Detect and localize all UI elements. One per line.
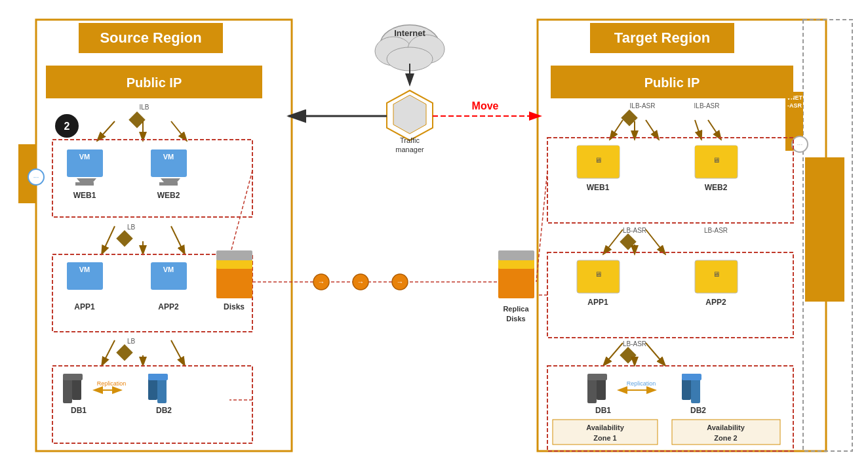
svg-point-89 xyxy=(375,37,412,66)
svg-rect-60 xyxy=(72,374,81,400)
svg-rect-55 xyxy=(116,344,132,361)
svg-rect-61 xyxy=(63,377,72,403)
svg-text:Traffic: Traffic xyxy=(400,136,420,144)
svg-text:WEB1: WEB1 xyxy=(73,191,96,200)
svg-text:DB2: DB2 xyxy=(156,406,172,415)
svg-rect-73 xyxy=(216,259,252,269)
svg-text:🖥: 🖥 xyxy=(713,270,720,278)
svg-rect-29 xyxy=(67,149,103,170)
diagram-container: VNET ··· VNET -ASR ··· Public IP Public … xyxy=(0,0,868,476)
svg-text:···: ··· xyxy=(33,174,39,181)
svg-text:APP1: APP1 xyxy=(587,298,608,307)
svg-rect-115 xyxy=(695,146,738,170)
svg-text:DB2: DB2 xyxy=(690,406,706,415)
svg-rect-12 xyxy=(46,66,262,98)
svg-point-79 xyxy=(392,274,408,290)
svg-rect-84 xyxy=(498,259,534,269)
svg-rect-119 xyxy=(620,233,636,250)
svg-text:APP2: APP2 xyxy=(705,298,726,307)
svg-rect-124 xyxy=(577,260,620,293)
svg-marker-30 xyxy=(77,178,96,182)
svg-rect-137 xyxy=(597,374,606,400)
svg-text:APP2: APP2 xyxy=(158,302,179,311)
svg-text:→: → xyxy=(357,278,365,286)
svg-point-5 xyxy=(28,169,44,185)
svg-text:VM: VM xyxy=(163,153,174,161)
svg-marker-36 xyxy=(161,178,180,182)
svg-rect-65 xyxy=(148,374,157,400)
svg-rect-51 xyxy=(151,262,187,290)
svg-point-91 xyxy=(387,47,433,71)
svg-line-120 xyxy=(603,229,623,254)
svg-text:Availability: Availability xyxy=(586,424,625,431)
svg-text:2: 2 xyxy=(64,121,70,132)
svg-text:→: → xyxy=(318,278,325,286)
svg-rect-28 xyxy=(67,149,103,177)
svg-rect-37 xyxy=(159,182,178,186)
svg-rect-2 xyxy=(803,20,852,451)
svg-text:ILB-ASR: ILB-ASR xyxy=(694,102,720,109)
svg-text:Zone 1: Zone 1 xyxy=(593,434,616,442)
svg-rect-46 xyxy=(67,262,103,290)
svg-text:DB1: DB1 xyxy=(71,406,87,415)
svg-line-24 xyxy=(97,121,115,141)
svg-line-104 xyxy=(610,120,623,140)
svg-marker-94 xyxy=(387,90,433,140)
svg-text:Replica: Replica xyxy=(503,305,529,313)
svg-rect-31 xyxy=(75,182,94,186)
svg-text:-ASR: -ASR xyxy=(787,102,802,109)
svg-rect-16 xyxy=(79,23,223,53)
svg-rect-74 xyxy=(216,250,252,260)
svg-point-77 xyxy=(313,274,329,290)
svg-rect-23 xyxy=(128,111,145,128)
svg-text:VNET: VNET xyxy=(787,94,803,101)
svg-rect-109 xyxy=(547,138,793,223)
svg-text:ILB: ILB xyxy=(139,104,149,111)
svg-rect-146 xyxy=(553,420,658,445)
svg-text:VNET: VNET xyxy=(52,136,60,153)
svg-rect-127 xyxy=(695,260,738,293)
svg-line-108 xyxy=(708,120,721,140)
svg-rect-152 xyxy=(805,157,844,302)
svg-rect-14 xyxy=(551,66,793,98)
svg-text:Replication: Replication xyxy=(97,380,127,387)
svg-text:LB: LB xyxy=(127,224,136,231)
svg-line-44 xyxy=(171,226,185,254)
svg-text:LB-ASR: LB-ASR xyxy=(704,227,728,234)
svg-line-42 xyxy=(102,226,115,254)
svg-rect-41 xyxy=(116,230,132,247)
svg-rect-149 xyxy=(672,420,780,445)
svg-line-58 xyxy=(171,340,185,366)
svg-rect-35 xyxy=(151,149,187,170)
svg-rect-45 xyxy=(52,254,252,332)
svg-text:Public IP: Public IP xyxy=(644,75,700,90)
svg-text:Disks: Disks xyxy=(224,302,245,311)
svg-text:WEB1: WEB1 xyxy=(587,183,610,192)
svg-text:🖥: 🖥 xyxy=(595,270,602,278)
svg-text:Move: Move xyxy=(472,100,499,111)
svg-text:···: ··· xyxy=(797,141,802,148)
svg-rect-66 xyxy=(157,377,167,403)
svg-rect-7 xyxy=(785,92,803,151)
svg-rect-110 xyxy=(577,146,620,178)
svg-rect-1 xyxy=(538,20,826,451)
svg-rect-27 xyxy=(52,140,252,217)
svg-rect-144 xyxy=(682,374,701,380)
svg-line-69 xyxy=(223,170,252,282)
svg-line-133 xyxy=(603,343,623,366)
svg-rect-47 xyxy=(67,262,103,283)
diagram-svg: VNET ··· VNET -ASR ··· Public IP Public … xyxy=(0,0,868,476)
svg-text:Public IP: Public IP xyxy=(127,75,182,90)
svg-rect-123 xyxy=(547,252,793,338)
svg-line-106 xyxy=(646,120,659,140)
svg-text:VM: VM xyxy=(79,266,90,273)
svg-rect-136 xyxy=(547,366,793,451)
svg-rect-85 xyxy=(498,250,534,260)
svg-rect-139 xyxy=(587,374,607,380)
svg-rect-111 xyxy=(577,146,620,170)
svg-text:→: → xyxy=(397,278,404,286)
svg-rect-59 xyxy=(52,366,252,443)
svg-rect-132 xyxy=(620,347,636,363)
svg-rect-62 xyxy=(63,374,83,380)
svg-point-90 xyxy=(408,35,444,64)
